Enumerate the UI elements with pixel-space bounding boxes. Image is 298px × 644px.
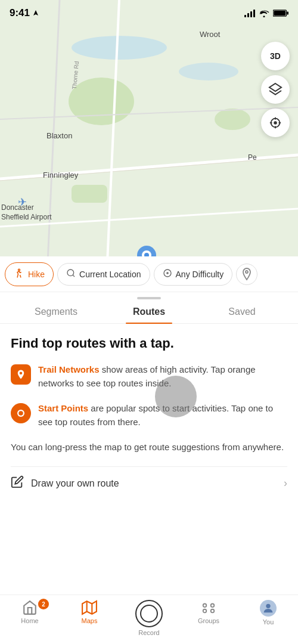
status-icons [244,9,288,17]
svg-point-45 [203,609,207,613]
map[interactable]: Thorne Rd Wroot Blaxton Finningley Donca… [0,0,298,262]
routes-label: Routes [133,306,165,317]
hike-label: Hike [28,270,45,279]
svg-point-36 [246,271,248,273]
pencil-icon [11,475,24,492]
difficulty-icon [163,268,172,280]
time-display: 9:41 [10,7,30,19]
tip-text: You can long-press the map to get route … [11,441,287,454]
search-icon [66,268,76,280]
avatar [260,600,277,617]
trail-highlight: Trail Networks [38,364,100,374]
svg-point-46 [211,609,215,613]
maps-icon [82,600,97,615]
difficulty-label: Any Difficulty [176,270,224,279]
svg-point-37 [20,372,23,375]
saved-label: Saved [228,306,255,317]
home-icon [22,600,38,615]
drag-handle-wrap[interactable] [0,292,298,302]
svg-point-39 [18,411,23,416]
content-title: Find top routes with a tap. [11,336,287,351]
draw-route-left: Draw your own route [11,475,119,492]
flag-icon-svg [15,408,26,419]
start-highlight: Start Points [38,403,88,413]
location-arrow-icon [32,10,39,17]
locate-icon [269,116,282,129]
svg-rect-31 [274,11,285,16]
svg-point-3 [69,78,134,125]
record-button[interactable] [135,600,163,627]
svg-text:Finningley: Finningley [43,171,79,179]
search-svg-icon [66,268,76,278]
start-points-item: Start Points are popular spots to start … [11,402,287,429]
draw-route-label: Draw your own route [31,478,119,489]
layers-icon [268,82,283,97]
wifi-icon [259,9,269,17]
svg-point-5 [215,109,250,130]
svg-text:✈: ✈ [18,196,27,208]
3d-label: 3D [270,51,281,61]
svg-rect-4 [72,185,107,203]
maps-label: Maps [82,617,98,624]
map-controls: 3D [261,42,290,137]
svg-line-34 [73,275,74,277]
layers-button[interactable] [261,75,290,104]
nav-groups[interactable]: Groups [179,600,238,624]
svg-marker-40 [82,601,97,614]
record-label: Record [138,629,159,636]
nav-you[interactable]: You [238,600,298,626]
filter-location[interactable]: Current Location [57,263,150,286]
pencil-svg [11,475,24,488]
svg-point-47 [266,604,270,608]
groups-icon [201,600,216,615]
filter-difficulty[interactable]: Any Difficulty [154,263,233,286]
filter-pin[interactable] [236,264,257,285]
avatar-svg [262,602,275,615]
filter-hike[interactable]: Hike [5,262,54,286]
drag-handle [137,297,161,299]
tab-saved[interactable]: Saved [195,301,288,323]
content-area: Find top routes with a tap. Trail Networ… [0,324,298,595]
svg-point-33 [67,270,74,276]
tab-routes[interactable]: Routes [103,301,195,323]
svg-point-43 [203,604,207,608]
trail-networks-icon [11,364,31,385]
chevron-right-icon: › [284,477,287,490]
bottom-nav: 2 Home Maps Record Groups [0,595,298,644]
groups-label: Groups [198,617,219,624]
tabs: Segments Routes Saved [0,301,298,324]
svg-point-32 [18,269,20,271]
nav-record[interactable]: Record [119,600,179,636]
status-bar: 9:41 [0,0,298,26]
home-badge: 2 [38,599,49,609]
hike-icon [14,268,24,281]
tab-segments[interactable]: Segments [10,301,103,323]
segments-label: Segments [35,306,77,317]
svg-point-24 [274,122,277,124]
locate-button[interactable] [261,109,290,137]
svg-point-1 [72,36,167,60]
svg-text:Pe: Pe [248,153,257,162]
signal-icon [244,9,255,17]
map-label-wroot: Wroot [200,30,221,39]
svg-marker-22 [269,83,281,91]
home-label: Home [21,617,38,624]
you-label: You [263,618,274,626]
location-label: Current Location [79,270,141,279]
trail-networks-item: Trail Networks show areas of high activi… [11,363,287,390]
nav-maps[interactable]: Maps [60,600,119,624]
trail-networks-text: Trail Networks show areas of high activi… [38,363,287,390]
nav-home[interactable]: 2 Home [0,600,60,624]
svg-rect-30 [287,11,288,14]
record-inner-circle [140,605,158,623]
3d-button[interactable]: 3D [261,42,290,70]
difficulty-svg-icon [163,268,172,278]
svg-text:Sheffield Airport: Sheffield Airport [1,213,52,221]
svg-text:Blaxton: Blaxton [46,131,72,140]
start-points-icon [11,403,31,423]
pin-icon [241,268,252,281]
status-time: 9:41 [10,7,39,19]
draw-route[interactable]: Draw your own route › [11,466,287,500]
start-points-text: Start Points are popular spots to start … [38,402,287,429]
svg-point-2 [179,63,238,80]
